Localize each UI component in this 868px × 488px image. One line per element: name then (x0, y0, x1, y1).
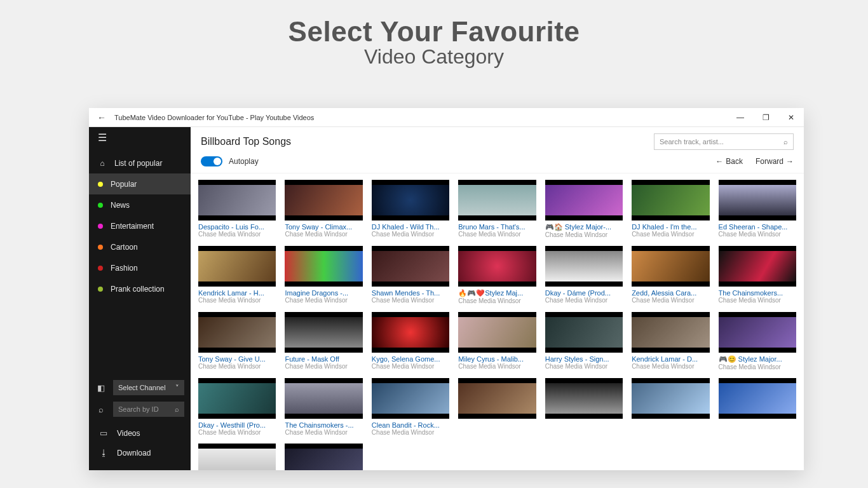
video-channel: Chase Media Windsor (458, 297, 536, 304)
video-card[interactable]: Chase Media Windsor (719, 378, 796, 436)
video-card[interactable]: Chase Media Windsor (198, 444, 276, 470)
nav-category-cartoon[interactable]: Cartoon (89, 236, 191, 257)
video-thumbnail (198, 246, 276, 287)
sidebar-download[interactable]: ⭳ Download (95, 443, 184, 463)
video-card[interactable]: Kygo, Selena Gome...Chase Media Windsor (372, 312, 449, 370)
video-card[interactable]: Chase Media Windsor (285, 444, 362, 470)
video-card[interactable]: Chase Media Windsor (632, 378, 709, 436)
video-thumbnail (372, 312, 449, 353)
nav-forward[interactable]: Forward → (756, 157, 794, 166)
video-title: Imagine Dragons -... (285, 289, 362, 297)
nav-category-popular[interactable]: Popular (89, 173, 191, 194)
video-card[interactable]: Future - Mask OffChase Media Windsor (285, 312, 362, 370)
video-thumbnail (458, 312, 536, 353)
nav-back[interactable]: ← Back (715, 157, 743, 166)
video-channel: Chase Media Windsor (632, 297, 709, 304)
video-card[interactable]: Clean Bandit - Rock...Chase Media Windso… (372, 378, 449, 436)
video-card[interactable]: Dkay - Westhill (Pro...Chase Media Winds… (198, 378, 276, 436)
video-channel: Chase Media Windsor (198, 297, 276, 304)
video-card[interactable]: Harry Styles - Sign...Chase Media Windso… (545, 312, 623, 370)
promo-header: Select Your Favourite Video Category (0, 0, 868, 69)
nav-category-entertaiment[interactable]: Entertaiment (89, 215, 191, 236)
nav-category-fashion[interactable]: Fashion (89, 257, 191, 278)
video-title: The Chainsmokers... (719, 289, 796, 297)
video-title: Ed Sheeran - Shape... (719, 223, 796, 231)
video-card[interactable]: Tony Sway - Climax...Chase Media Windsor (285, 180, 362, 238)
video-thumbnail (198, 180, 276, 220)
video-card[interactable]: Despacito - Luis Fo...Chase Media Windso… (198, 180, 276, 238)
video-card[interactable]: Tony Sway - Give U...Chase Media Windsor (198, 312, 276, 370)
autoplay-toggle[interactable] (201, 156, 222, 166)
video-thumbnail (198, 312, 276, 353)
video-title: Zedd, Alessia Cara... (632, 289, 709, 297)
back-arrow-button[interactable]: ← (89, 112, 114, 123)
main-content: Billboard Top Songs Search track, artist… (191, 127, 804, 470)
video-thumbnail (545, 246, 623, 287)
video-card[interactable]: Kendrick Lamar - D...Chase Media Windsor (632, 312, 709, 370)
video-channel: Chase Media Windsor (545, 363, 623, 370)
video-card[interactable]: Chase Media Windsor (545, 378, 623, 436)
video-card[interactable]: Ed Sheeran - Shape...Chase Media Windsor (719, 180, 796, 238)
video-card[interactable]: Chase Media Windsor (458, 378, 536, 436)
hamburger-button[interactable]: ☰ (89, 127, 191, 147)
video-card[interactable]: Miley Cyrus - Malib...Chase Media Windso… (458, 312, 536, 370)
video-channel: Chase Media Windsor (285, 231, 362, 238)
video-title: The Chainsmokers -... (285, 421, 362, 429)
video-title: Tony Sway - Give U... (198, 355, 276, 363)
video-card[interactable]: Zedd, Alessia Cara...Chase Media Windsor (632, 246, 709, 304)
video-channel: Chase Media Windsor (458, 363, 536, 370)
video-title: 🎮😊 Stylez Major... (719, 355, 796, 363)
search-by-id-input[interactable]: Search by ID ⌕ (113, 402, 184, 417)
video-card[interactable]: 🎮😊 Stylez Major...Chase Media Windsor (719, 312, 796, 370)
maximize-button[interactable]: ❐ (753, 108, 778, 127)
video-card[interactable]: 🔥🎮❤️Stylez Maj...Chase Media Windsor (458, 246, 536, 304)
video-title: 🎮🏠 Stylez Major-... (545, 223, 623, 231)
video-channel: Chase Media Windsor (632, 363, 709, 370)
download-icon: ⭳ (98, 448, 109, 458)
nav-category-label: Prank collection (111, 285, 165, 294)
video-card[interactable]: Dkay - Dáme (Prod...Chase Media Windsor (545, 246, 623, 304)
sidebar-videos[interactable]: ▭ Videos (95, 423, 184, 443)
video-title: Dkay - Dáme (Prod... (545, 289, 623, 297)
video-thumbnail (632, 180, 709, 220)
video-thumbnail (285, 180, 362, 220)
minimize-button[interactable]: — (728, 108, 753, 127)
video-card[interactable]: DJ Khaled - Wild Th...Chase Media Windso… (372, 180, 449, 238)
video-thumbnail (719, 246, 796, 287)
video-channel: Chase Media Windsor (719, 297, 796, 304)
video-title: Dkay - Westhill (Pro... (198, 421, 276, 429)
video-card[interactable]: Bruno Mars - That's...Chase Media Windso… (458, 180, 536, 238)
video-channel: Chase Media Windsor (372, 363, 449, 370)
video-thumbnail (458, 246, 536, 287)
close-button[interactable]: ✕ (778, 108, 804, 127)
video-card[interactable]: Kendrick Lamar - H...Chase Media Windsor (198, 246, 276, 304)
video-card[interactable]: DJ Khaled - I'm the...Chase Media Windso… (632, 180, 709, 238)
video-title: Bruno Mars - That's... (458, 223, 536, 231)
video-card[interactable]: 🎮🏠 Stylez Major-...Chase Media Windsor (545, 180, 623, 238)
nav-category-prank-collection[interactable]: Prank collection (89, 278, 191, 299)
video-thumbnail (285, 444, 362, 470)
video-icon: ▭ (98, 428, 109, 438)
window-title: TubeMate Video Downloader for YouTube - … (114, 114, 728, 121)
category-dot-icon (98, 266, 103, 271)
video-card[interactable]: Imagine Dragons -...Chase Media Windsor (285, 246, 362, 304)
search-icon: ⌕ (95, 405, 107, 414)
video-thumbnail (372, 246, 449, 287)
category-dot-icon (98, 182, 103, 187)
video-title: Shawn Mendes - Th... (372, 289, 449, 297)
video-channel: Chase Media Windsor (372, 297, 449, 304)
video-thumbnail (632, 378, 709, 419)
search-input[interactable]: Search track, artist... ⌕ (654, 133, 794, 150)
video-title: Clean Bandit - Rock... (372, 421, 449, 429)
select-channel-dropdown[interactable]: Select Channel ˅ (113, 380, 184, 395)
chevron-down-icon: ˅ (175, 384, 179, 392)
video-card[interactable]: Shawn Mendes - Th...Chase Media Windsor (372, 246, 449, 304)
nav-home[interactable]: ⌂ List of popular (89, 152, 191, 173)
video-thumbnail (458, 180, 536, 220)
video-card[interactable]: The Chainsmokers...Chase Media Windsor (719, 246, 796, 304)
promo-title: Select Your Favourite (0, 16, 868, 48)
video-thumbnail (719, 180, 796, 220)
video-card[interactable]: The Chainsmokers -...Chase Media Windsor (285, 378, 362, 436)
nav-category-news[interactable]: News (89, 194, 191, 215)
video-title: Despacito - Luis Fo... (198, 223, 276, 231)
